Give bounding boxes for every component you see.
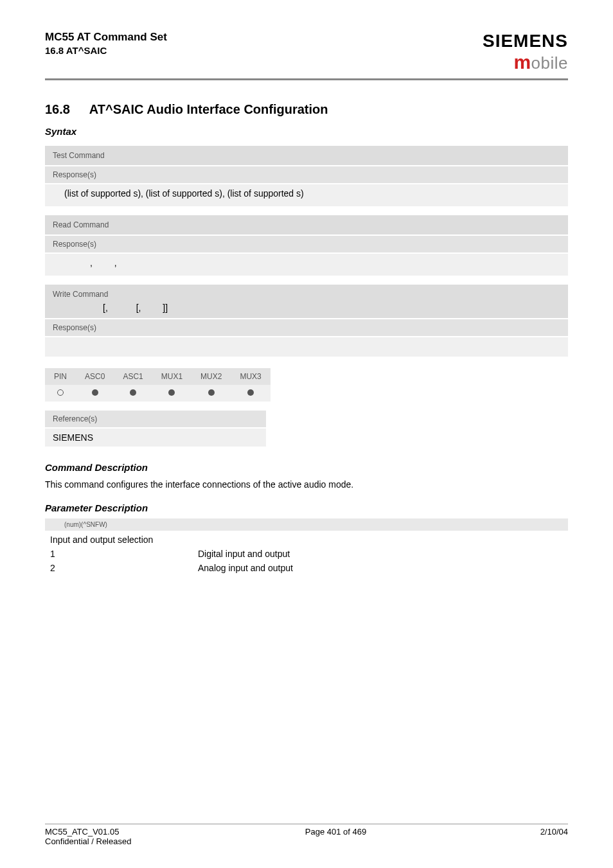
read-command-block: Read Command Response(s) , , (45, 215, 568, 276)
command-description-heading: Command Description (45, 462, 568, 473)
support-col-mux2: MUX2 (191, 368, 231, 385)
reference-block: Reference(s) SIEMENS (45, 411, 266, 447)
dot-filled-icon (92, 389, 98, 396)
read-command-head: Read Command (45, 215, 568, 236)
write-command-head: Write Command [, [, ]] (45, 285, 568, 319)
command-description-text: This command configures the interface co… (45, 479, 568, 490)
read-response-body: , , (45, 254, 568, 276)
footer-center: Page 401 of 469 (305, 827, 366, 846)
test-response-body: (list of supported s), (list of supporte… (45, 184, 568, 206)
reference-head: Reference(s) (45, 411, 266, 429)
doc-title: MC55 AT Command Set (45, 31, 167, 44)
support-col-asc1: ASC1 (114, 368, 152, 385)
brand-logo: SIEMENS mobile (483, 31, 568, 73)
parameter-key: 1 (50, 549, 198, 559)
dot-filled-icon (208, 389, 215, 396)
parameter-value: Analog input and output (198, 563, 293, 573)
write-response-body (45, 337, 568, 357)
dot-filled-icon (130, 389, 136, 396)
dot-filled-icon (168, 389, 175, 396)
support-col-mux1: MUX1 (152, 368, 191, 385)
section-heading: 16.8 AT^SAIC Audio Interface Configurati… (45, 102, 568, 117)
parameter-title: Input and output selection (50, 535, 568, 545)
support-val-mux1 (152, 385, 191, 402)
support-table: PIN ASC0 ASC1 MUX1 MUX2 MUX3 (45, 368, 568, 402)
support-col-mux3: MUX3 (231, 368, 270, 385)
write-command-block: Write Command [, [, ]] Response(s) (45, 285, 568, 357)
support-val-pin (45, 385, 76, 402)
doc-subtitle: 16.8 AT^SAIC (45, 45, 167, 56)
support-val-mux3 (231, 385, 270, 402)
read-response-label: Response(s) (45, 236, 568, 254)
dot-empty-icon (57, 389, 64, 396)
test-command-block: Test Command Response(s) (list of suppor… (45, 146, 568, 206)
support-val-asc0 (76, 385, 114, 402)
support-val-mux2 (191, 385, 231, 402)
footer-right: 2/10/04 (540, 827, 568, 846)
syntax-heading: Syntax (45, 126, 568, 137)
parameter-row: 2 Analog input and output (50, 563, 568, 573)
mobile-wordmark: mobile (483, 51, 568, 73)
write-response-label: Response(s) (45, 319, 568, 337)
page-footer: MC55_ATC_V01.05 Confidential / Released … (45, 824, 568, 846)
parameter-description-heading: Parameter Description (45, 502, 568, 513)
parameter-key: 2 (50, 563, 198, 573)
support-val-asc1 (114, 385, 152, 402)
footer-left: MC55_ATC_V01.05 Confidential / Released (45, 827, 131, 846)
dot-filled-icon (247, 389, 254, 396)
support-col-pin: PIN (45, 368, 76, 385)
section-number: 16.8 (45, 102, 70, 116)
header-left: MC55 AT Command Set 16.8 AT^SAIC (45, 31, 167, 56)
section-title: AT^SAIC Audio Interface Configuration (89, 102, 328, 116)
test-command-head: Test Command (45, 146, 568, 166)
parameter-value: Digital input and output (198, 549, 290, 559)
siemens-wordmark: SIEMENS (483, 31, 568, 51)
parameter-bar: (num)(^SNFW) (45, 518, 568, 531)
support-col-asc0: ASC0 (76, 368, 114, 385)
test-response-label: Response(s) (45, 166, 568, 184)
header-rule (45, 78, 568, 80)
parameter-row: 1 Digital input and output (50, 549, 568, 559)
reference-body: SIEMENS (45, 429, 266, 447)
